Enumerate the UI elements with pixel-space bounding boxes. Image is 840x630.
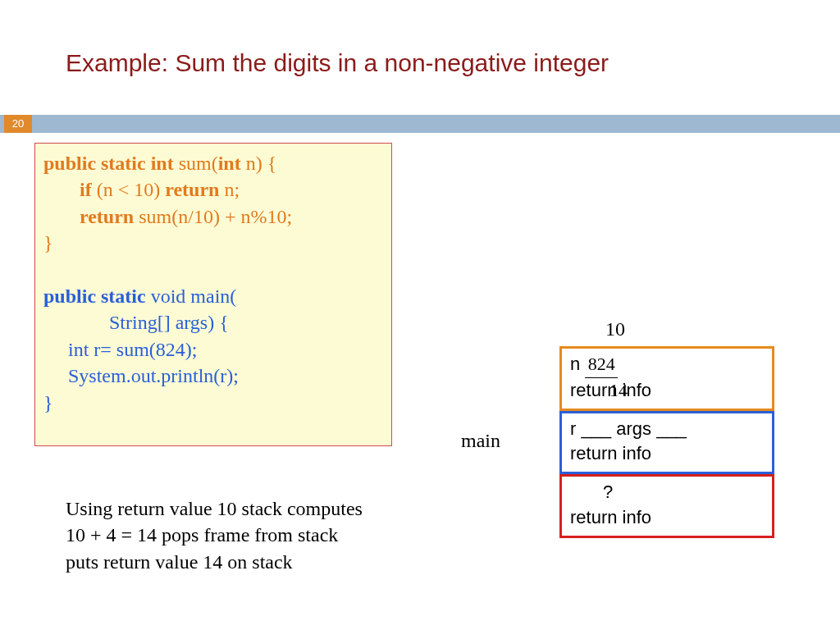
code-t: return	[165, 179, 224, 200]
code-t: int r= sum(824);	[68, 339, 198, 360]
code-t: public static	[43, 285, 151, 307]
main-vars: r ___ args ___	[570, 417, 764, 442]
explain-line: Using return value 10 stack computes	[66, 495, 363, 522]
slide-title: Example: Sum the digits in a non-negativ…	[66, 49, 609, 77]
stack-frame-system: ? return info	[559, 474, 774, 538]
code-t: n;	[224, 179, 240, 200]
call-stack: n 824 return info 14 r ___ args ___ retu…	[559, 346, 774, 538]
code-t: System.out.println(r);	[68, 365, 239, 386]
code-t: String[] args) {	[109, 312, 229, 333]
overlay-fourteen: 14	[609, 378, 628, 404]
code-block: public static int sum(int n) { if (n < 1…	[34, 143, 392, 446]
explain-line: 10 + 4 = 14 pops frame from stack	[66, 522, 363, 548]
return-info-label: return info	[570, 441, 764, 467]
return-value-ten: 10	[605, 318, 625, 340]
page-number-badge: 20	[4, 115, 32, 133]
code-t: sum(n/10) + n%10;	[139, 206, 292, 227]
header-bar	[0, 115, 840, 133]
code-t: n) {	[246, 153, 277, 174]
code-t: }	[43, 232, 53, 253]
stack-frame-sum: n 824 return info 14	[559, 346, 774, 411]
main-label: main	[461, 430, 500, 452]
code-t: }	[43, 392, 53, 413]
code-t: if	[80, 179, 97, 200]
code-t: return	[80, 206, 139, 227]
var-n-value: 824	[585, 352, 618, 378]
stack-frame-main: r ___ args ___ return info	[559, 411, 774, 475]
code-t: public static int	[43, 153, 179, 174]
explanation-text: Using return value 10 stack computes 10 …	[66, 495, 363, 575]
explain-line: puts return value 14 on stack	[66, 549, 363, 575]
var-n-label: n	[570, 354, 585, 374]
return-info-label: return info	[570, 505, 764, 531]
code-t: (n < 10)	[97, 179, 166, 200]
question-mark: ?	[570, 480, 764, 505]
code-t: int	[218, 153, 246, 174]
code-t: sum(	[179, 153, 218, 174]
code-t: void main(	[151, 285, 237, 307]
